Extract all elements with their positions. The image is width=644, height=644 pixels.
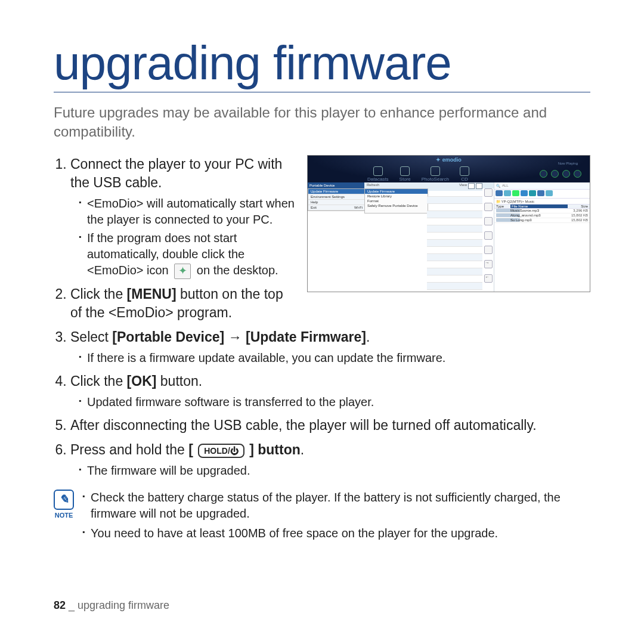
datacasts-icon — [373, 166, 383, 176]
dropdown-exit: Exit — [311, 206, 317, 209]
note-label: NOTE — [55, 512, 73, 519]
file-size-2: 15,802 KB — [568, 218, 590, 222]
step-3-bold: [Portable Device] → [Update Firmware] — [112, 329, 366, 345]
file-name-1: Along_around.mp3 — [510, 213, 568, 218]
cd-icon — [460, 166, 469, 176]
step-6-bracket-close: ] button — [246, 442, 301, 457]
step-2: Click the [MENU] button on the top of th… — [70, 285, 295, 322]
footer-section: upgrading firmware — [78, 599, 169, 611]
step-3-pre: Select — [70, 329, 112, 345]
step-6-bracket-open: [ — [188, 442, 197, 457]
photosearch-icon — [431, 166, 440, 176]
next-icon — [562, 170, 570, 178]
step-1b-post: on the desktop. — [193, 264, 278, 277]
step-4-bold: [OK] — [127, 373, 157, 389]
action-icon-3 — [484, 217, 493, 225]
content-list — [427, 190, 482, 292]
col-size: Size — [568, 205, 590, 208]
menu-portable-device: Portable Device — [308, 182, 366, 188]
col-type: Type — [494, 205, 510, 208]
search-icon: 🔍 — [496, 184, 500, 188]
col-filename: File Name — [510, 205, 568, 208]
file-name-0: MusicSource.mp3 — [510, 209, 568, 213]
step-2-bold: [MENU] — [127, 286, 177, 302]
page-title: upgrading firmware — [54, 36, 590, 92]
action-icon-2 — [484, 203, 493, 211]
top-icon-label-0: Datacasts — [367, 177, 389, 182]
breadcrumb-path: 📁 YP-Q2(MTP)> Music — [494, 199, 590, 204]
top-nav-icons: Datacasts Store PhotoSearch CD — [367, 166, 469, 182]
step-3-post: . — [366, 329, 370, 345]
step-6-post: . — [301, 442, 304, 457]
step-1-sub-a: <EmoDio> will automatically start when t… — [79, 196, 295, 228]
file-row: So Long.mp315,802 KB — [494, 218, 590, 223]
step-4-post: button. — [156, 373, 202, 389]
note-1: Check the battery charge status of the p… — [82, 490, 590, 522]
submenu-safely-remove — [365, 212, 428, 213]
dropdown-wifi: Wi-Fi — [354, 206, 363, 209]
category-icons — [494, 190, 590, 199]
path-text: YP-Q2(MTP)> Music — [501, 200, 535, 203]
file-panel: 🔍ALL 📁 YP-Q2(MTP)> Music Type File Name … — [494, 182, 590, 292]
arrow-left-icon: ← — [484, 274, 493, 283]
file-row: MusicSource.mp33,296 KB — [494, 209, 590, 213]
step-4-sub: Updated firmware software is transferred… — [79, 394, 590, 410]
step-6-pre: Press and hold the — [70, 442, 188, 457]
action-icon-4 — [484, 231, 493, 240]
file-name-2: So Long.mp3 — [510, 218, 568, 222]
search-filter: ALL — [502, 184, 509, 187]
action-icon-1 — [484, 188, 493, 197]
intro-text: Future upgrades may be available for thi… — [54, 103, 590, 142]
top-icon-label-2: PhotoSearch — [422, 177, 449, 182]
submenu-format: Safely Remove Portable Device — [365, 203, 428, 208]
view-toggle: View — [439, 182, 482, 189]
dropdown-help: Help — [308, 200, 365, 205]
play-icon — [551, 170, 559, 178]
submenu: Update Firmware Restore Library Format S… — [364, 188, 428, 213]
page-number: 82 — [54, 599, 66, 611]
grid-view-icon — [476, 183, 482, 189]
step-1: Connect the player to your PC with the U… — [70, 155, 295, 279]
main-dropdown: Update Firmware Environment Settings Hel… — [308, 188, 366, 211]
step-1-sub-b: If the program does not start automatica… — [79, 230, 295, 279]
page-footer: 82 _ upgrading firmware — [54, 599, 169, 612]
step-2-pre: Click the — [70, 286, 127, 302]
now-playing-text: Now Playing — [558, 162, 578, 165]
action-icon-5 — [484, 246, 493, 254]
stop-icon — [574, 170, 581, 178]
action-sidebar: → ← — [482, 184, 494, 292]
note-icon: ✎ NOTE — [54, 490, 74, 520]
file-row: Along_around.mp315,802 KB — [494, 213, 590, 218]
note-list: Check the battery charge status of the p… — [82, 490, 590, 545]
footer-sep: _ — [66, 599, 78, 611]
emodio-desktop-icon: ✦ — [174, 264, 191, 279]
step-3: Select [Portable Device] → [Update Firmw… — [70, 328, 590, 366]
submenu-version-check: Restore Library — [365, 194, 428, 199]
note-badge-icon: ✎ — [54, 490, 74, 510]
file-header: Type File Name Size — [494, 204, 590, 209]
playback-controls — [540, 170, 581, 178]
dropdown-env-settings: Environment Settings — [308, 194, 365, 200]
hold-power-button-icon: HOLD/⏻ — [198, 444, 244, 458]
note-2: You need to have at least 100MB of free … — [82, 525, 590, 541]
submenu-restore: Format — [365, 199, 428, 203]
step-4: Click the [OK] button. Updated firmware … — [70, 372, 590, 410]
top-icon-label-1: Store — [400, 177, 411, 182]
emodio-screenshot: emodio Datacasts Store PhotoSearch CD No… — [307, 155, 590, 292]
step-6-sub: The firmware will be upgraded. — [79, 463, 590, 479]
store-icon — [400, 166, 410, 176]
list-view-icon — [468, 183, 475, 189]
step-5: After disconnecting the USB cable, the p… — [70, 416, 590, 435]
file-size-1: 15,802 KB — [568, 213, 590, 218]
file-size-0: 3,296 KB — [568, 209, 590, 213]
step-1-text: Connect the player to your PC with the U… — [70, 156, 282, 190]
step-4-pre: Click the — [70, 373, 127, 389]
dropdown-update-firmware: Update Firmware — [308, 189, 365, 194]
step-6: Press and hold the [ HOLD/⏻ ] button. Th… — [70, 441, 590, 479]
step-3-sub: If there is a firmware update available,… — [79, 350, 590, 366]
prev-icon — [540, 170, 547, 178]
arrow-right-icon: → — [484, 260, 493, 268]
top-icon-label-3: CD — [461, 177, 468, 182]
app-logo: emodio — [436, 157, 462, 163]
view-label: View — [459, 183, 467, 189]
